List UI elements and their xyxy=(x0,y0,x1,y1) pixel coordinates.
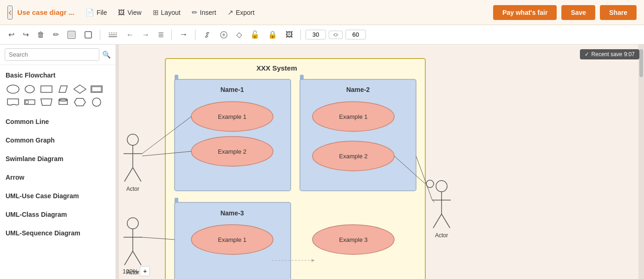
svg-marker-16 xyxy=(41,99,52,105)
svg-point-7 xyxy=(7,85,19,93)
nav-menu: 📄 File 🖼 View ⊞ Layout ✏ Insert ↗ Export xyxy=(85,8,493,17)
delete-button[interactable]: 🗑 xyxy=(34,29,47,41)
actor3-head xyxy=(436,181,447,192)
svg-rect-9 xyxy=(41,86,52,92)
sidebar-item-basic-flowchart[interactable]: Basic Flowchart xyxy=(2,69,110,82)
nav-layout[interactable]: ⊞ Layout xyxy=(153,8,181,17)
border-icon xyxy=(84,31,92,39)
back-button[interactable]: ‹ xyxy=(7,6,13,19)
shape-trapezoid[interactable] xyxy=(39,97,54,108)
view-icon: 🖼 xyxy=(118,8,125,16)
sidebar: 🔍 Basic Flowchart xyxy=(0,45,116,279)
sidebar-item-uml-sequence[interactable]: UML-Sequence Diagram xyxy=(2,227,110,240)
fill-button[interactable] xyxy=(65,29,78,41)
example2b-label: Example 2 xyxy=(339,153,367,160)
scrollbar-thumb[interactable] xyxy=(639,49,643,77)
lock-open-button[interactable]: 🔓 xyxy=(247,28,262,41)
actor1-label: Actor xyxy=(126,186,139,192)
sidebar-item-uml-use-case[interactable]: UML-Use Case Diagram xyxy=(2,189,110,202)
copy-style-button[interactable] xyxy=(217,29,231,41)
sidebar-item-swimlane[interactable]: Swimlane Diagram xyxy=(2,152,110,165)
lock-button[interactable]: 🔒 xyxy=(265,28,280,41)
link-button[interactable] xyxy=(200,29,214,41)
example2c-label: Example 3 xyxy=(339,236,367,243)
undo-button[interactable]: ↩ xyxy=(6,28,17,41)
actor2-head xyxy=(127,218,138,229)
top-actions: Pay what's fair Save Share xyxy=(493,5,637,20)
search-input[interactable] xyxy=(5,48,99,61)
nav-view[interactable]: 🖼 View xyxy=(118,8,141,17)
shape-doc[interactable] xyxy=(6,97,20,108)
pay-button[interactable]: Pay what's fair xyxy=(493,5,557,20)
shape-rect[interactable] xyxy=(39,84,54,95)
layout-icon: ⊞ xyxy=(153,8,159,17)
shape-db[interactable] xyxy=(22,97,37,108)
nav-file[interactable]: 📄 File xyxy=(85,8,107,17)
clear-format-button[interactable]: ◇ xyxy=(234,28,245,41)
size-input[interactable]: 30 xyxy=(306,30,326,39)
sidebar-section-uml-sequence: UML-Sequence Diagram xyxy=(0,223,116,241)
actor1-right-leg xyxy=(133,168,141,182)
share-button[interactable]: Share xyxy=(600,5,637,20)
scrollbar-right[interactable] xyxy=(638,45,644,279)
nav-insert[interactable]: ✏ Insert xyxy=(192,8,216,17)
svg-marker-19 xyxy=(74,98,85,106)
recent-save-icon: ✓ xyxy=(585,51,589,58)
name2-label: Name-2 xyxy=(346,86,370,93)
align-button[interactable]: ≣ xyxy=(155,28,167,41)
shape-stadium[interactable] xyxy=(6,84,20,95)
arrow-right-button[interactable]: → xyxy=(139,29,152,41)
zoom-plus-button[interactable]: + xyxy=(140,266,150,276)
zoom-control: 100% + xyxy=(123,266,150,276)
connector-circle xyxy=(426,180,434,188)
actor2-left-leg xyxy=(124,251,133,265)
shape-oval[interactable] xyxy=(22,84,37,95)
canvas-area[interactable]: ✓ Recent save 9:07 XXX System Name-1 Exa… xyxy=(119,45,644,279)
arrow-left-button[interactable]: ← xyxy=(124,29,137,41)
recent-save-label: Recent save 9:07 xyxy=(592,51,635,58)
recent-save-badge: ✓ Recent save 9:07 xyxy=(580,49,639,59)
svg-marker-11 xyxy=(74,85,86,93)
document-title[interactable]: Use case diagr ... xyxy=(17,8,74,16)
actor3-left-leg xyxy=(433,214,442,228)
nav-export-label: Export xyxy=(236,9,254,16)
image-button[interactable]: 🖼 xyxy=(283,29,296,41)
shape-circle[interactable] xyxy=(89,97,104,108)
fill-icon xyxy=(67,31,76,39)
sidebar-item-common-line[interactable]: Common Line xyxy=(2,115,110,128)
shape-parallelogram[interactable] xyxy=(56,84,71,95)
search-button[interactable]: 🔍 xyxy=(102,51,111,59)
nav-view-label: View xyxy=(127,9,141,16)
nav-layout-label: Layout xyxy=(161,9,181,16)
diagram-svg[interactable]: XXX System Name-1 Example 1 Example 2 Na… xyxy=(119,45,644,279)
border-button[interactable] xyxy=(81,29,95,41)
actor3-label: Actor xyxy=(435,232,448,239)
svg-rect-13 xyxy=(92,87,101,91)
lines-icon xyxy=(108,31,118,39)
svg-point-8 xyxy=(25,85,34,93)
nav-insert-label: Insert xyxy=(200,9,216,16)
lines-button[interactable] xyxy=(105,29,121,41)
sidebar-section-uml-use-case: UML-Use Case Diagram xyxy=(0,186,116,204)
sidebar-item-arrow[interactable]: Arrow xyxy=(2,171,110,184)
sidebar-item-common-graph[interactable]: Common Graph xyxy=(2,134,110,147)
sidebar-item-uml-class[interactable]: UML-Class Diagram xyxy=(2,208,110,221)
redo-button[interactable]: ↪ xyxy=(20,28,32,41)
file-icon: 📄 xyxy=(85,8,94,17)
toolbar: ↩ ↪ 🗑 ✏ ← → ≣ → ◇ 🔓 🔒 🖼 30 60 xyxy=(0,25,644,45)
insert-icon: ✏ xyxy=(192,8,198,17)
shape-double-rect[interactable] xyxy=(89,84,104,95)
link-icon xyxy=(203,31,211,39)
svg-rect-2 xyxy=(85,32,91,38)
svg-marker-10 xyxy=(59,86,67,92)
size2-input[interactable]: 60 xyxy=(345,30,366,39)
zoom-value: 100% xyxy=(123,268,138,275)
arrow-end-button[interactable]: → xyxy=(176,28,190,41)
save-button[interactable]: Save xyxy=(561,5,595,20)
shape-hexagon[interactable] xyxy=(72,97,87,108)
format-button[interactable]: ✏ xyxy=(50,28,62,41)
shape-cylinder[interactable] xyxy=(56,97,71,108)
sidebar-section-swimlane: Swimlane Diagram xyxy=(0,149,116,167)
shape-diamond[interactable] xyxy=(72,84,87,95)
nav-export[interactable]: ↗ Export xyxy=(228,8,254,17)
